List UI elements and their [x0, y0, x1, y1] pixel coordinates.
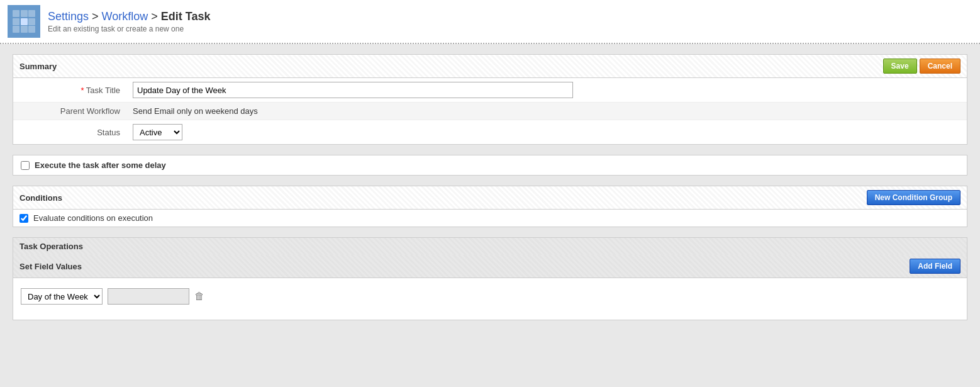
summary-section-header: Summary Save Cancel — [13, 55, 967, 78]
status-label: Status — [13, 120, 126, 145]
save-button[interactable]: Save — [883, 59, 917, 74]
field-row: Day of the Week 🗑 — [21, 288, 959, 305]
task-title-row: * Task Title — [13, 78, 967, 103]
status-row: Status Active Inactive — [13, 120, 967, 145]
status-value-cell: Active Inactive — [126, 120, 967, 145]
delay-checkbox[interactable] — [21, 161, 30, 170]
app-icon — [8, 5, 40, 38]
svg-rect-1 — [13, 10, 19, 17]
svg-rect-8 — [21, 26, 28, 33]
page-header: Settings > Workflow > Edit Task Edit an … — [0, 0, 980, 44]
header-text-block: Settings > Workflow > Edit Task Edit an … — [48, 10, 210, 33]
summary-form: * Task Title Parent Workflow Send Email … — [13, 78, 967, 144]
task-title-label: * Task Title — [13, 78, 126, 103]
task-operations-section: Task Operations Set Field Values Add Fie… — [13, 237, 967, 320]
conditions-title: Conditions — [19, 193, 62, 203]
svg-rect-4 — [13, 18, 19, 25]
cancel-button[interactable]: Cancel — [920, 59, 961, 74]
new-condition-group-button[interactable]: New Condition Group — [867, 190, 961, 205]
set-field-values-title: Set Field Values — [19, 262, 82, 271]
evaluate-label: Evaluate conditions on execution — [33, 213, 153, 223]
set-field-values-header: Set Field Values Add Field — [13, 255, 967, 278]
svg-rect-5 — [21, 18, 28, 25]
evaluate-row: Evaluate conditions on execution — [13, 210, 967, 227]
conditions-section: Conditions New Condition Group Evaluate … — [13, 186, 967, 227]
summary-title: Summary — [19, 62, 57, 71]
conditions-section-header: Conditions New Condition Group — [13, 186, 967, 210]
parent-workflow-value: Send Email only on weekend days — [126, 103, 967, 120]
field-name-select[interactable]: Day of the Week — [21, 288, 103, 305]
delay-label: Execute the task after some delay — [35, 160, 166, 170]
delete-field-icon[interactable]: 🗑 — [194, 291, 204, 302]
task-operations-title: Task Operations — [19, 242, 83, 251]
page-subtitle: Edit an existing task or create a new on… — [48, 25, 210, 33]
svg-rect-9 — [28, 26, 35, 33]
main-content: Summary Save Cancel * Task Title Parent … — [0, 44, 980, 330]
svg-rect-6 — [28, 18, 35, 25]
svg-rect-7 — [13, 26, 19, 33]
parent-workflow-row: Parent Workflow Send Email only on weeke… — [13, 103, 967, 120]
status-select[interactable]: Active Inactive — [133, 124, 182, 140]
conditions-actions: New Condition Group — [867, 190, 961, 205]
summary-actions: Save Cancel — [883, 59, 961, 74]
task-operations-header: Task Operations — [13, 237, 967, 255]
workflow-link[interactable]: Workflow — [102, 10, 148, 23]
delay-section: Execute the task after some delay — [13, 155, 967, 176]
task-title-value-cell — [126, 78, 967, 103]
add-field-button[interactable]: Add Field — [910, 259, 961, 274]
task-title-input[interactable] — [133, 82, 573, 98]
field-values-area: Day of the Week 🗑 — [13, 278, 967, 320]
svg-rect-3 — [28, 10, 35, 17]
breadcrumb: Settings > Workflow > Edit Task — [48, 10, 210, 23]
settings-link[interactable]: Settings — [48, 10, 89, 23]
page-title: Edit Task — [161, 10, 211, 23]
evaluate-checkbox[interactable] — [19, 214, 28, 223]
field-value-input[interactable] — [108, 288, 189, 305]
parent-workflow-label: Parent Workflow — [13, 103, 126, 120]
svg-rect-2 — [21, 10, 28, 17]
summary-section: Summary Save Cancel * Task Title Parent … — [13, 54, 967, 145]
